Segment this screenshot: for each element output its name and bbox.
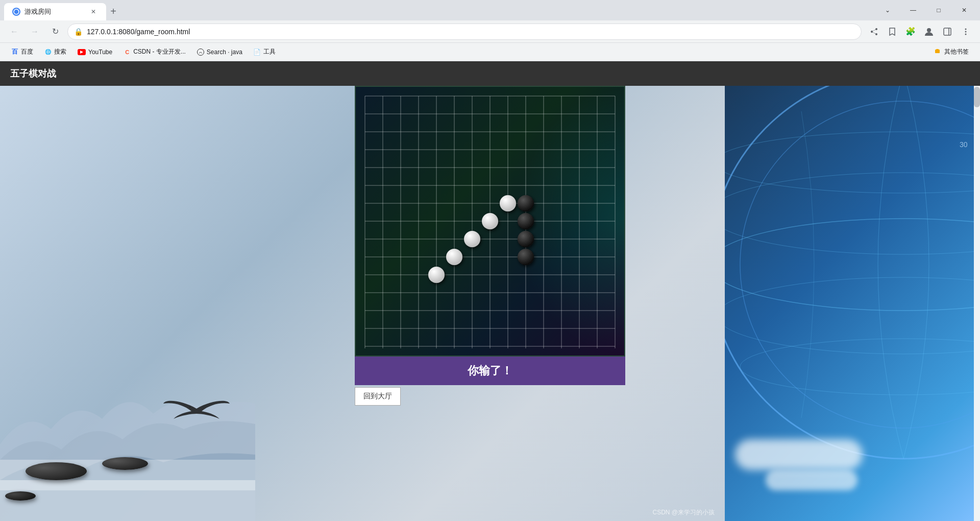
extensions-button[interactable]: 🧩 (902, 23, 919, 40)
url-text: 127.0.0.1:8080/game_room.html (87, 28, 855, 36)
sidebar-toggle[interactable] (939, 23, 955, 40)
game-container: 你输了！ 回到大厅 (355, 86, 625, 406)
svg-rect-2 (944, 28, 951, 35)
share-button[interactable] (866, 23, 882, 40)
return-button[interactable]: 回到大厅 (355, 387, 401, 406)
svg-rect-8 (935, 50, 940, 53)
decorative-stone-1 (26, 462, 87, 480)
svg-point-60 (518, 231, 534, 247)
svg-point-5 (965, 31, 967, 32)
svg-point-56 (446, 249, 462, 265)
csdn-icon: C (124, 49, 131, 56)
bookmark-csdn-label: CSDN - 专业开发... (133, 48, 186, 56)
minimize-button[interactable]: — (901, 2, 925, 18)
back-button[interactable]: ← (6, 23, 22, 40)
svg-point-58 (518, 195, 534, 211)
svg-point-7 (197, 49, 204, 55)
csdn-watermark: CSDN @来学习的小孩 (652, 508, 715, 517)
cloud-2 (766, 470, 857, 490)
search-globe-icon: 🌐 (44, 49, 52, 56)
tab-title: 游戏房间 (24, 7, 85, 16)
svg-point-6 (965, 33, 967, 35)
bookmark-others-label: 其他书签 (944, 48, 969, 56)
bookmarks-bar: 百 百度 🌐 搜索 ▶ YouTube C CSDN - 专业开发... Sea… (0, 43, 980, 61)
svg-point-61 (518, 249, 534, 265)
svg-point-1 (927, 28, 931, 32)
toolbar: ← → ↻ 🔒 127.0.0.1:8080/game_room.html 🧩 (0, 20, 980, 43)
svg-rect-11 (0, 480, 255, 521)
scrollbar[interactable] (974, 86, 980, 521)
game-board[interactable] (355, 86, 625, 357)
tab-search-button[interactable]: ⌄ (876, 2, 899, 18)
lock-icon: 🔒 (74, 28, 83, 36)
forward-button[interactable]: → (27, 23, 43, 40)
eagle-svg (163, 386, 230, 432)
result-banner: 你输了！ (355, 357, 625, 385)
youtube-icon: ▶ (78, 49, 86, 55)
svg-point-54 (482, 213, 498, 229)
bookmark-search-label: 搜索 (54, 48, 66, 56)
page-title: 五子棋对战 (10, 67, 56, 80)
reload-button[interactable]: ↻ (47, 23, 63, 40)
page-area: 五子棋对战 (0, 61, 980, 521)
bookmark-tools[interactable]: 📄 工具 (249, 45, 281, 58)
bookmark-baidu-label: 百度 (21, 48, 33, 56)
globe-svg: 30 25 12 (725, 86, 980, 494)
decorative-stone-3 (5, 491, 36, 501)
svg-point-14 (740, 101, 980, 428)
page-header: 五子棋对战 (0, 61, 980, 86)
scrollbar-thumb[interactable] (974, 87, 980, 107)
tab-close-button[interactable]: ✕ (89, 7, 98, 16)
svg-point-15 (725, 132, 980, 193)
svg-point-17 (725, 219, 980, 311)
svg-point-59 (518, 213, 534, 229)
bookmark-baidu[interactable]: 百 百度 (6, 45, 38, 58)
bookmark-github[interactable]: Search · java (192, 46, 248, 58)
toolbar-actions: 🧩 (866, 23, 974, 40)
bookmark-others[interactable]: 其他书签 (929, 45, 974, 58)
bookmark-button[interactable] (884, 23, 900, 40)
svg-text:30: 30 (960, 140, 968, 149)
bookmark-tools-label: 工具 (263, 48, 276, 56)
bookmark-github-label: Search · java (207, 49, 242, 56)
decorative-stone-2 (102, 457, 148, 470)
github-icon (197, 49, 204, 56)
browser-window: 游戏房间 ✕ + ⌄ — □ ✕ ← → ↻ 🔒 127.0.0.1:8080/… (0, 0, 980, 521)
svg-point-57 (428, 267, 445, 283)
background-right: 30 25 12 (725, 86, 980, 521)
tab-area: 游戏房间 ✕ + (4, 0, 872, 20)
svg-point-4 (965, 28, 967, 30)
bookmark-search[interactable]: 🌐 搜索 (39, 45, 71, 58)
close-button[interactable]: ✕ (952, 2, 976, 18)
baidu-icon: 百 (11, 49, 18, 56)
bookmark-youtube[interactable]: ▶ YouTube (72, 46, 117, 58)
bookmark-csdn[interactable]: C CSDN - 专业开发... (118, 45, 191, 58)
svg-rect-9 (936, 49, 939, 50)
page-body: 30 25 12 (0, 86, 980, 521)
maximize-button[interactable]: □ (927, 2, 950, 18)
svg-point-53 (500, 195, 516, 211)
title-bar: 游戏房间 ✕ + ⌄ — □ ✕ (0, 0, 980, 20)
tools-icon: 📄 (254, 49, 261, 56)
svg-point-16 (725, 173, 980, 254)
bookmark-youtube-label: YouTube (88, 49, 112, 56)
svg-point-55 (464, 231, 480, 247)
new-tab-button[interactable]: + (106, 4, 120, 18)
cloud-1 (735, 439, 863, 470)
svg-point-18 (725, 277, 980, 354)
board-grid-svg (356, 87, 625, 357)
active-tab[interactable]: 游戏房间 ✕ (4, 3, 106, 20)
menu-button[interactable] (958, 23, 974, 40)
window-controls: ⌄ — □ ✕ (876, 2, 976, 18)
address-bar[interactable]: 🔒 127.0.0.1:8080/game_room.html (67, 23, 862, 40)
result-text: 你输了！ (468, 363, 512, 378)
tab-favicon (12, 8, 20, 16)
svg-point-12 (189, 406, 191, 408)
profile-button[interactable] (921, 23, 937, 40)
